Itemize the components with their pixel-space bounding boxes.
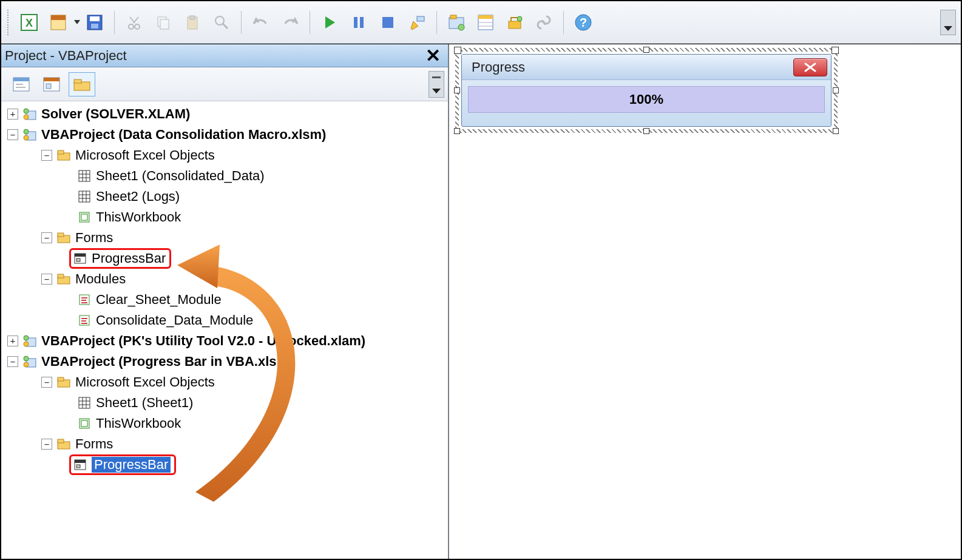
- design-mode-icon[interactable]: [404, 10, 430, 35]
- object-browser-icon[interactable]: [531, 10, 557, 35]
- tree-node-sheet2[interactable]: Sheet2 (Logs): [1, 186, 448, 207]
- stop-icon[interactable]: [375, 10, 401, 35]
- cut-icon[interactable]: [121, 10, 147, 35]
- collapse-icon[interactable]: −: [41, 439, 52, 450]
- help-icon[interactable]: ?: [571, 10, 596, 35]
- svg-point-7: [129, 24, 134, 29]
- dialog-titlebar[interactable]: Progress: [462, 55, 831, 80]
- svg-rect-64: [75, 254, 86, 257]
- folder-icon: [56, 231, 72, 245]
- svg-rect-37: [44, 78, 59, 81]
- pause-icon[interactable]: [346, 10, 371, 35]
- progress-percent: 100%: [629, 92, 663, 107]
- properties-window-icon[interactable]: [473, 10, 498, 35]
- redo-icon[interactable]: [277, 10, 303, 35]
- tree-node-progressbar-bottom[interactable]: ProgressBar: [1, 454, 448, 475]
- separator: [310, 11, 310, 34]
- folder-icon: [56, 437, 72, 451]
- tree-node-utility-tool[interactable]: + VBAProject (PK's Utility Tool V2.0 - U…: [1, 331, 448, 351]
- svg-rect-28: [509, 21, 521, 29]
- svg-rect-60: [81, 214, 87, 220]
- svg-rect-33: [13, 78, 29, 81]
- collapse-icon[interactable]: −: [7, 356, 18, 367]
- tree-node-excel-objects[interactable]: − Microsoft Excel Objects: [1, 145, 448, 166]
- tree-node-data-consolidation[interactable]: − VBAProject (Data Consolidation Macro.x…: [1, 124, 448, 145]
- svg-rect-89: [76, 465, 80, 468]
- save-icon[interactable]: [82, 10, 107, 35]
- tree-label: ThisWorkbook: [96, 416, 181, 431]
- progress-bar: 100%: [468, 86, 825, 113]
- collapse-icon[interactable]: −: [41, 274, 52, 285]
- collapse-icon[interactable]: −: [41, 232, 52, 243]
- run-icon[interactable]: [317, 10, 342, 35]
- form-icon: [72, 457, 88, 472]
- paste-icon[interactable]: [180, 10, 205, 35]
- svg-rect-17: [360, 17, 364, 28]
- undo-icon[interactable]: [248, 10, 274, 35]
- properties-icon[interactable]: [46, 10, 71, 35]
- excel-icon[interactable]: X: [16, 10, 42, 35]
- close-button[interactable]: [793, 58, 827, 76]
- tree-label: ProgressBar: [92, 251, 166, 266]
- collapse-icon[interactable]: −: [41, 150, 52, 161]
- svg-rect-67: [58, 274, 64, 278]
- toolbar-overflow-button[interactable]: [940, 10, 956, 35]
- copy-icon[interactable]: [151, 10, 176, 35]
- separator: [563, 11, 564, 34]
- tree-node-modules[interactable]: − Modules: [1, 269, 448, 289]
- svg-rect-84: [81, 420, 87, 427]
- project-tree[interactable]: + Solver (SOLVER.XLAM) − VBAProject (Dat…: [1, 101, 448, 487]
- project-icon: [22, 127, 38, 142]
- design-selection-frame[interactable]: Progress 100%: [455, 48, 838, 133]
- workbook-icon: [76, 210, 92, 224]
- tree-label: Microsoft Excel Objects: [75, 147, 215, 163]
- toolbox-icon[interactable]: [502, 10, 527, 35]
- svg-point-29: [517, 16, 522, 21]
- project-explorer-icon[interactable]: [444, 10, 469, 35]
- tree-node-excel-objects-2[interactable]: − Microsoft Excel Objects: [1, 372, 448, 393]
- find-icon[interactable]: [209, 10, 234, 35]
- svg-rect-77: [58, 377, 64, 381]
- tree-node-forms-2[interactable]: − Forms: [1, 434, 448, 454]
- dialog-body: 100%: [462, 80, 831, 119]
- worksheet-icon: [76, 396, 92, 410]
- project-explorer-toolbar: [1, 67, 448, 101]
- tree-node-clear-module[interactable]: Clear_Sheet_Module: [1, 289, 448, 310]
- tree-label: VBAProject (PK's Utility Tool V2.0 - Unl…: [41, 333, 365, 349]
- view-code-icon[interactable]: [8, 72, 35, 96]
- svg-rect-5: [90, 16, 100, 21]
- tree-node-forms[interactable]: − Forms: [1, 228, 448, 248]
- form-icon: [72, 251, 88, 266]
- form-designer[interactable]: Progress 100%: [449, 44, 961, 559]
- collapse-icon[interactable]: −: [7, 129, 18, 140]
- separator: [436, 11, 437, 34]
- tree-node-progress-bar-project[interactable]: − VBAProject (Progress Bar in VBA.xlsm): [1, 351, 448, 372]
- tree-label: VBAProject (Progress Bar in VBA.xlsm): [41, 354, 293, 369]
- tree-label: Sheet1 (Sheet1): [96, 395, 193, 411]
- tree-label: Modules: [75, 271, 126, 287]
- tree-node-solver[interactable]: + Solver (SOLVER.XLAM): [1, 104, 448, 124]
- toggle-folders-icon[interactable]: [69, 72, 95, 96]
- tree-node-sheet1-2[interactable]: Sheet1 (Sheet1): [1, 393, 448, 413]
- svg-rect-40: [74, 79, 81, 83]
- tree-node-progressbar-top[interactable]: ProgressBar: [1, 248, 448, 269]
- project-icon: [22, 334, 38, 348]
- svg-rect-65: [76, 258, 80, 261]
- svg-point-71: [24, 336, 29, 340]
- svg-rect-18: [382, 17, 393, 28]
- tree-node-sheet1[interactable]: Sheet1 (Consolidated_Data): [1, 166, 448, 186]
- dropdown-caret-icon[interactable]: [74, 20, 80, 24]
- svg-text:X: X: [25, 17, 33, 29]
- tree-label: VBAProject (Data Consolidation Macro.xls…: [41, 127, 326, 143]
- tree-node-consolidate-module[interactable]: Consolidate_Data_Module: [1, 310, 448, 331]
- expand-icon[interactable]: +: [7, 109, 18, 120]
- pane-toolbar-overflow[interactable]: [428, 71, 444, 98]
- tree-node-thisworkbook[interactable]: ThisWorkbook: [1, 207, 448, 228]
- tree-label: ThisWorkbook: [96, 209, 181, 225]
- svg-point-8: [135, 24, 140, 29]
- expand-icon[interactable]: +: [7, 336, 18, 346]
- tree-node-thisworkbook-2[interactable]: ThisWorkbook: [1, 413, 448, 434]
- view-object-icon[interactable]: [38, 72, 65, 96]
- close-icon[interactable]: ✕: [422, 47, 444, 65]
- collapse-icon[interactable]: −: [41, 377, 52, 388]
